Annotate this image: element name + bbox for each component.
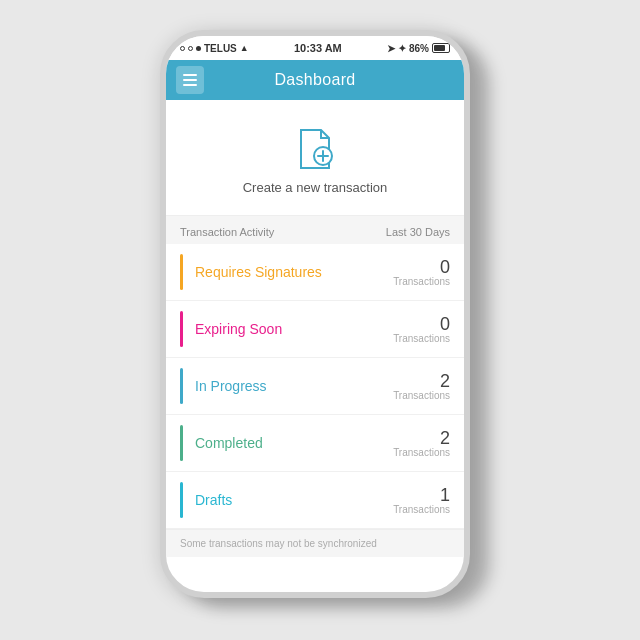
transaction-row-expiring-soon[interactable]: Expiring Soon 0 Transactions [166,301,464,358]
count-label-expiring-soon: Transactions [393,333,450,344]
phone-wrapper: TELUS ▲ 10:33 AM ➤ ✦ 86% Dashboard [160,30,480,610]
signal-dot-2 [188,46,193,51]
transaction-row-requires-signatures[interactable]: Requires Signatures 0 Transactions [166,244,464,301]
carrier-label: TELUS [204,43,237,54]
count-number-expiring-soon: 0 [393,315,450,333]
menu-button[interactable] [176,66,204,94]
label-completed: Completed [195,435,393,451]
battery-fill [434,45,445,51]
indicator-drafts [180,482,183,518]
transaction-row-drafts[interactable]: Drafts 1 Transactions [166,472,464,529]
count-number-in-progress: 2 [393,372,450,390]
create-doc-icon [291,124,339,172]
status-left: TELUS ▲ [180,43,249,54]
phone: TELUS ▲ 10:33 AM ➤ ✦ 86% Dashboard [160,30,470,598]
label-requires-signatures: Requires Signatures [195,264,393,280]
bluetooth-icon: ✦ [398,43,406,54]
activity-title: Transaction Activity [180,226,274,238]
battery-icon [432,43,450,53]
hamburger-line-2 [183,79,197,81]
nav-title: Dashboard [275,71,356,89]
battery-percent: 86% [409,43,429,54]
transaction-list: Requires Signatures 0 Transactions Expir… [166,244,464,529]
count-drafts: 1 Transactions [393,486,450,515]
count-label-in-progress: Transactions [393,390,450,401]
nav-bar: Dashboard [166,60,464,100]
count-expiring-soon: 0 Transactions [393,315,450,344]
count-label-requires-signatures: Transactions [393,276,450,287]
indicator-expiring-soon [180,311,183,347]
hamburger-line-1 [183,74,197,76]
transaction-row-completed[interactable]: Completed 2 Transactions [166,415,464,472]
count-requires-signatures: 0 Transactions [393,258,450,287]
gps-icon: ➤ [387,43,395,54]
label-in-progress: In Progress [195,378,393,394]
wifi-icon: ▲ [240,43,249,53]
label-expiring-soon: Expiring Soon [195,321,393,337]
footer-note: Some transactions may not be synchronize… [166,529,464,557]
status-bar: TELUS ▲ 10:33 AM ➤ ✦ 86% [166,36,464,60]
hamburger-line-3 [183,84,197,86]
create-label: Create a new transaction [243,180,388,195]
count-label-drafts: Transactions [393,504,450,515]
status-time: 10:33 AM [294,42,342,54]
activity-period: Last 30 Days [386,226,450,238]
content-area: Create a new transaction Transaction Act… [166,100,464,557]
label-drafts: Drafts [195,492,393,508]
signal-dot-3 [196,46,201,51]
indicator-requires-signatures [180,254,183,290]
count-number-completed: 2 [393,429,450,447]
count-number-drafts: 1 [393,486,450,504]
status-right: ➤ ✦ 86% [387,43,450,54]
create-section[interactable]: Create a new transaction [166,100,464,216]
transaction-row-in-progress[interactable]: In Progress 2 Transactions [166,358,464,415]
count-label-completed: Transactions [393,447,450,458]
indicator-completed [180,425,183,461]
indicator-in-progress [180,368,183,404]
count-completed: 2 Transactions [393,429,450,458]
count-number-requires-signatures: 0 [393,258,450,276]
activity-header: Transaction Activity Last 30 Days [166,216,464,244]
count-in-progress: 2 Transactions [393,372,450,401]
signal-dot-1 [180,46,185,51]
